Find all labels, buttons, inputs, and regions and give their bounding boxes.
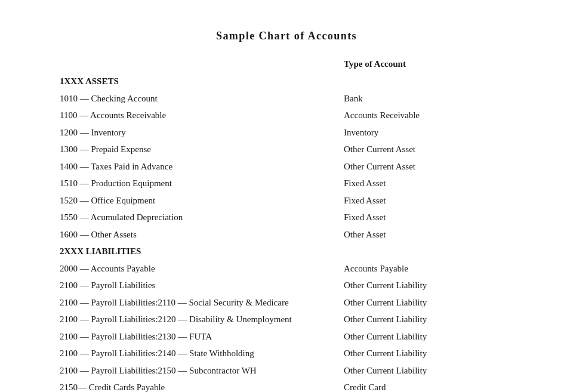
section-label: 1XXX ASSETS [60,73,332,90]
account-name: 2100 — Payroll Liabilities:2120 — Disabi… [60,311,332,328]
account-name: 2100 — Payroll Liabilities [60,277,332,294]
table-row: 1100 — Accounts ReceivableAccounts Recei… [60,107,513,124]
table-row: 1520 — Office EquipmentFixed Asset [60,192,513,209]
account-name: 2150— Credit Cards Payable [60,379,332,392]
account-type: Fixed Asset [332,175,513,192]
section-label: 2XXX LIABILITIES [60,243,332,260]
account-type: Accounts Receivable [332,107,513,124]
table-row: 1510 — Production EquipmentFixed Asset [60,175,513,192]
account-name: 2000 — Accounts Payable [60,260,332,277]
table-row: 2100 — Payroll Liabilities:2150 — Subcon… [60,362,513,379]
account-name: 2100 — Payroll Liabilities:2150 — Subcon… [60,362,332,379]
account-type: Inventory [332,124,513,141]
accounts-table: Type of Account 1XXX ASSETS1010 — Checki… [60,59,513,392]
account-type: Other Current Liability [332,362,513,379]
account-type: Other Current Liability [332,294,513,311]
account-name: 2100 — Payroll Liabilities:2130 — FUTA [60,328,332,345]
table-row: 2000 — Accounts PayableAccounts Payable [60,260,513,277]
page-title: Sample Chart of Accounts [60,30,513,42]
table-row: 1010 — Checking AccountBank [60,90,513,107]
table-row: 1400 — Taxes Paid in AdvanceOther Curren… [60,158,513,175]
account-type: Fixed Asset [332,192,513,209]
table-row: 1300 — Prepaid ExpenseOther Current Asse… [60,141,513,158]
table-row: 2150— Credit Cards PayableCredit Card [60,379,513,392]
account-type: Other Current Liability [332,328,513,345]
account-type: Other Current Liability [332,311,513,328]
page-container: Sample Chart of Accounts Type of Account… [24,18,549,392]
account-name: 1600 — Other Assets [60,226,332,243]
account-name: 1510 — Production Equipment [60,175,332,192]
section-header-row: 2XXX LIABILITIES [60,243,513,260]
account-name: 2100 — Payroll Liabilities:2140 — State … [60,345,332,362]
table-row: 2100 — Payroll Liabilities:2140 — State … [60,345,513,362]
account-name: 2100 — Payroll Liabilities:2110 — Social… [60,294,332,311]
account-name: 1400 — Taxes Paid in Advance [60,158,332,175]
account-name: 1010 — Checking Account [60,90,332,107]
table-header-row: Type of Account [60,59,513,73]
account-type [332,243,513,260]
account-type: Credit Card [332,379,513,392]
table-row: 1550 — Acumulated DepreciationFixed Asse… [60,209,513,226]
table-row: 2100 — Payroll Liabilities:2110 — Social… [60,294,513,311]
account-name: 1200 — Inventory [60,124,332,141]
account-type: Other Current Liability [332,345,513,362]
account-type: Other Current Liability [332,277,513,294]
account-type: Fixed Asset [332,209,513,226]
table-row: 1600 — Other AssetsOther Asset [60,226,513,243]
account-type: Other Current Asset [332,141,513,158]
table-row: 2100 — Payroll Liabilities:2120 — Disabi… [60,311,513,328]
account-type: Bank [332,90,513,107]
col-name-header [60,59,332,73]
account-type [332,73,513,90]
account-type: Other Asset [332,226,513,243]
account-name: 1100 — Accounts Receivable [60,107,332,124]
account-name: 1520 — Office Equipment [60,192,332,209]
account-name: 1300 — Prepaid Expense [60,141,332,158]
table-row: 2100 — Payroll Liabilities:2130 — FUTAOt… [60,328,513,345]
account-type: Other Current Asset [332,158,513,175]
account-type: Accounts Payable [332,260,513,277]
table-row: 1200 — InventoryInventory [60,124,513,141]
account-name: 1550 — Acumulated Depreciation [60,209,332,226]
section-header-row: 1XXX ASSETS [60,73,513,90]
col-type-header: Type of Account [332,59,513,73]
table-row: 2100 — Payroll LiabilitiesOther Current … [60,277,513,294]
